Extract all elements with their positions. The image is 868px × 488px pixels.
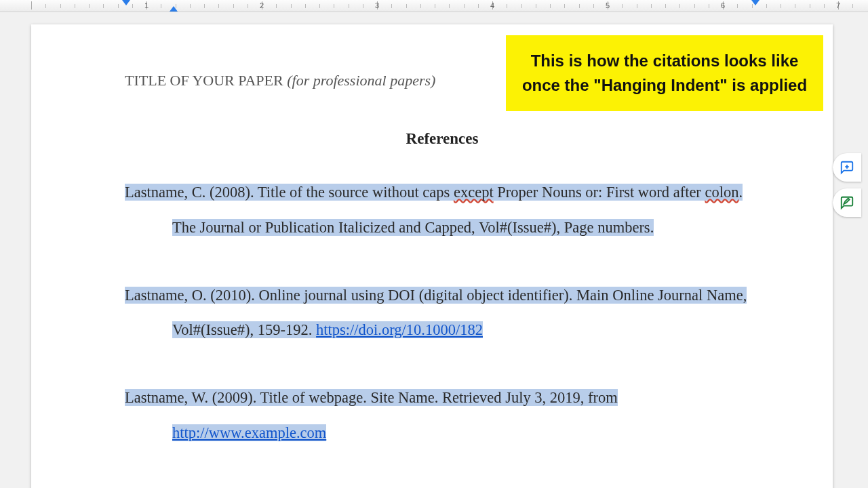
ruler-tick [204, 4, 205, 8]
add-comment-icon [840, 160, 854, 175]
ruler-tick [190, 4, 191, 8]
ruler-tick [536, 4, 536, 8]
add-comment-button[interactable] [833, 153, 861, 182]
ruler-number: 2 [260, 1, 264, 9]
ruler-tick [737, 4, 738, 8]
ruler-tick [45, 4, 46, 8]
left-indent-marker[interactable] [170, 6, 178, 12]
ruler-tick [449, 4, 450, 8]
ruler-tick [305, 4, 306, 8]
first-line-indent-marker[interactable] [122, 0, 130, 5]
suggest-edit-icon [840, 195, 854, 210]
ruler-tick [579, 4, 580, 8]
ruler-tick [349, 4, 349, 8]
spelling-error: except [454, 184, 494, 201]
citation-link[interactable]: http://www.example.com [172, 424, 326, 441]
ruler-tick [564, 4, 565, 8]
ruler-tick [363, 4, 363, 8]
ruler-tick [60, 4, 61, 8]
ruler-tick [31, 1, 32, 9]
ruler-tick [507, 4, 507, 8]
running-head-note: (for professional papers) [287, 72, 435, 89]
ruler-tick [694, 4, 695, 8]
ruler-tick [291, 4, 292, 8]
ruler-tick [218, 4, 219, 8]
ruler-tick [406, 4, 407, 8]
ruler-tick [521, 4, 522, 8]
references-heading[interactable]: References [125, 130, 760, 148]
ruler-tick [593, 4, 594, 8]
ruler-tick [132, 4, 133, 8]
ruler-number: 6 [721, 1, 725, 9]
ruler-tick [391, 4, 392, 8]
ruler-tick [766, 4, 767, 8]
ruler-tick [233, 4, 234, 8]
ruler-tick [248, 4, 248, 8]
citation-3[interactable]: Lastname, W. (2009). Title of webpage. S… [125, 380, 760, 451]
ruler-number: 3 [375, 1, 379, 9]
ruler-tick [709, 4, 709, 8]
ruler-tick [464, 4, 465, 8]
ruler-tick [118, 4, 119, 8]
ruler-tick [478, 4, 479, 8]
ruler-tick [665, 4, 666, 8]
ruler-tick [622, 4, 623, 8]
citation-text: Lastname, C. (2008). Title of the source… [125, 184, 454, 201]
ruler-tick [334, 4, 334, 8]
ruler-tick [637, 4, 637, 8]
suggest-edit-button[interactable] [833, 188, 861, 217]
ruler-tick [103, 4, 104, 8]
ruler-tick [550, 4, 551, 8]
ruler-number: 1 [144, 1, 149, 9]
ruler-tick [810, 4, 810, 8]
spelling-error: colon [705, 184, 738, 201]
ruler-number: 4 [490, 1, 494, 9]
side-action-buttons [833, 153, 864, 224]
ruler-tick [435, 4, 435, 8]
ruler-tick [161, 4, 161, 8]
ruler-tick [679, 4, 680, 8]
annotation-callout: This is how the citations looks like onc… [506, 35, 823, 111]
ruler-tick [75, 4, 75, 8]
horizontal-ruler[interactable]: 1234567 [0, 0, 868, 12]
ruler-tick [795, 4, 795, 8]
ruler-tick [89, 4, 90, 8]
citation-link[interactable]: https://doi.org/10.1000/182 [316, 321, 483, 338]
ruler-tick [420, 4, 421, 8]
citation-text: Lastname, W. (2009). Title of webpage. S… [125, 389, 618, 406]
ruler-tick [276, 4, 277, 8]
ruler-tick [319, 4, 320, 8]
running-head-title: TITLE OF YOUR PAPER [125, 72, 287, 89]
right-margin-marker[interactable] [751, 0, 760, 5]
citation-text: Proper Nouns or: First word after [494, 184, 705, 201]
ruler-number: 7 [836, 1, 840, 9]
citation-2[interactable]: Lastname, O. (2010). Online journal usin… [125, 278, 760, 348]
ruler-tick [651, 4, 652, 8]
citation-1[interactable]: Lastname, C. (2008). Title of the source… [125, 175, 760, 245]
ruler-tick [824, 4, 825, 8]
ruler-tick [781, 4, 781, 8]
ruler-tick [852, 4, 853, 8]
ruler-number: 5 [606, 1, 610, 9]
